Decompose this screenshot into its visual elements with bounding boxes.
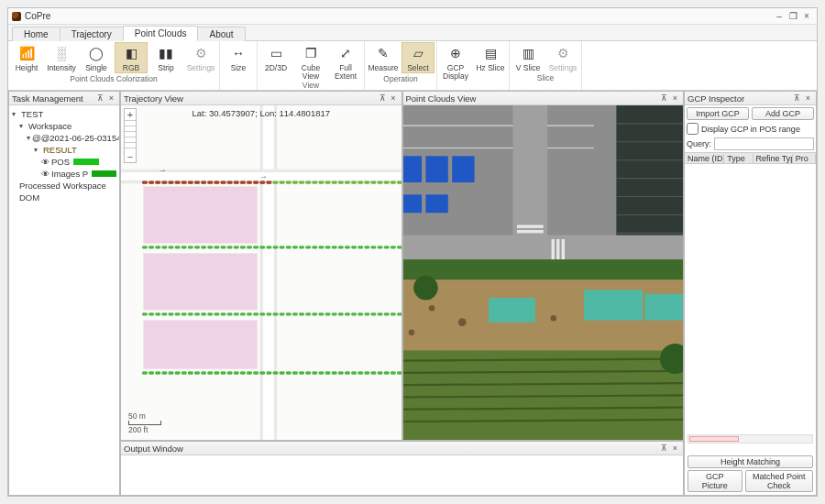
titlebar: CoPre – ❐ ×: [8, 8, 817, 25]
settings1-button: ⚙Settings: [184, 42, 217, 73]
settings2-button: ⚙Settings: [546, 42, 579, 72]
ribbon-item-label: Size: [231, 62, 247, 72]
tab-point-clouds[interactable]: Point Clouds: [123, 26, 199, 41]
trajectory-map[interactable]: → → + − Lat: 30.4573907; Lon: 114.480181…: [121, 105, 402, 440]
height-matching-button[interactable]: Height Matching: [688, 455, 813, 468]
ribbon-item-label: Hz Slice: [476, 62, 504, 72]
pin-icon[interactable]: ⊼: [659, 93, 669, 104]
gcp-picture-button[interactable]: GCP Picture: [688, 470, 742, 492]
ribbon-item-label: GCP Display: [439, 62, 472, 80]
zoom-out-button[interactable]: −: [125, 151, 136, 162]
close-icon[interactable]: ×: [389, 93, 399, 104]
ribbon-toolbar: 📶Height░Intensity◯Single◧RGB▮▮Strip⚙Sett…: [8, 41, 817, 91]
tree-session[interactable]: @@2021-06-25-031548: [32, 133, 119, 143]
images-color-swatch: [92, 170, 116, 177]
svg-point-43: [550, 315, 556, 322]
tab-trajectory[interactable]: Trajectory: [60, 27, 124, 41]
ribbon-item-label: Strip: [158, 62, 173, 72]
pin-icon[interactable]: ⊼: [95, 93, 105, 104]
matched-point-check-button[interactable]: Matched Point Check: [745, 470, 813, 492]
ribbon-item-label: Intensity: [47, 62, 76, 72]
full-extent-icon: ⤢: [336, 44, 355, 62]
close-button[interactable]: ×: [800, 10, 813, 23]
tree-root[interactable]: TEST: [21, 109, 43, 119]
full-extent-button[interactable]: ⤢Full Extent: [329, 42, 362, 80]
col-pro[interactable]: Pro: [793, 154, 816, 163]
select-button[interactable]: ▱Select: [402, 42, 434, 73]
v-slice-button[interactable]: ▥V Slice: [512, 42, 544, 72]
select-icon: ▱: [409, 44, 427, 62]
col-refine-type[interactable]: Refine Type: [754, 154, 793, 163]
gcp-display-icon: ⊕: [446, 44, 465, 62]
import-gcp-button[interactable]: Import GCP: [687, 107, 749, 120]
size-icon: ↔: [229, 44, 248, 62]
minimize-button[interactable]: –: [773, 10, 786, 23]
tree-images-p[interactable]: Images P: [51, 169, 88, 179]
map-zoom-control[interactable]: + −: [124, 108, 137, 163]
strip-button[interactable]: ▮▮Strip: [149, 42, 182, 73]
pin-icon[interactable]: ⊼: [792, 93, 802, 104]
gcp-table-header[interactable]: Name (ID) Type Refine Type Pro: [685, 152, 816, 164]
svg-rect-1: [143, 186, 257, 243]
intensity-icon: ░: [52, 44, 71, 62]
pin-icon[interactable]: ⊼: [659, 444, 669, 454]
close-icon[interactable]: ×: [670, 93, 680, 104]
svg-rect-16: [403, 156, 422, 182]
ribbon-group-label: View: [259, 80, 362, 91]
settings2-icon: ⚙: [554, 44, 572, 62]
tree-result[interactable]: RESULT: [43, 145, 77, 155]
svg-rect-17: [425, 156, 447, 182]
v-slice-icon: ▥: [519, 44, 537, 62]
maximize-button[interactable]: ❐: [786, 10, 799, 23]
svg-rect-20: [425, 194, 447, 213]
tree-workspace[interactable]: Workspace: [28, 121, 72, 131]
display-gcp-pos-checkbox[interactable]: [687, 123, 698, 135]
tree-processed-workspace[interactable]: Processed Workspace: [19, 181, 106, 191]
single-button[interactable]: ◯Single: [80, 42, 113, 73]
tab-strip: Home Trajectory Point Clouds About: [8, 25, 817, 41]
map-scale-bar: 50 m 200 ft: [128, 411, 161, 434]
pin-icon[interactable]: ⊼: [378, 93, 388, 104]
tree-pos[interactable]: POS: [51, 157, 70, 167]
col-name-id[interactable]: Name (ID): [685, 154, 724, 163]
height-button[interactable]: 📶Height: [10, 42, 43, 73]
strip-icon: ▮▮: [157, 44, 175, 62]
size-button[interactable]: ↔Size: [222, 42, 255, 72]
close-icon[interactable]: ×: [803, 93, 813, 104]
output-log[interactable]: [121, 455, 683, 495]
intensity-button[interactable]: ░Intensity: [45, 42, 78, 73]
svg-text:→: →: [259, 170, 268, 181]
svg-rect-18: [452, 156, 474, 182]
tab-home[interactable]: Home: [12, 27, 60, 41]
hz-slice-button[interactable]: ▤Hz Slice: [474, 42, 507, 80]
gcp-display-button[interactable]: ⊕GCP Display: [439, 42, 472, 80]
display-gcp-pos-label: Display GCP in POS range: [701, 125, 800, 134]
zoom-in-button[interactable]: +: [125, 109, 136, 120]
zoom-slider[interactable]: [125, 120, 136, 151]
col-type[interactable]: Type: [724, 154, 753, 163]
gcp-horizontal-scrollbar[interactable]: [688, 434, 813, 444]
task-tree[interactable]: ▾TEST ▾Workspace ▾@@2021-06-25-031548 ▾R…: [9, 105, 119, 206]
query-input[interactable]: [714, 137, 814, 150]
2d3d-button[interactable]: ▭2D/3D: [259, 42, 292, 80]
measure-button[interactable]: ✎Measure: [367, 42, 400, 73]
rgb-button[interactable]: ◧RGB: [115, 42, 148, 73]
close-icon[interactable]: ×: [106, 93, 116, 104]
single-icon: ◯: [87, 44, 105, 62]
tree-dom[interactable]: DOM: [19, 192, 39, 203]
point-cloud-viewport[interactable]: [403, 105, 684, 440]
hz-slice-icon: ▤: [481, 44, 500, 62]
ribbon-item-label: Full Extent: [329, 62, 362, 80]
gcp-inspector-panel: GCP Inspector ⊼ × Import GCP Add GCP Dis…: [684, 91, 817, 496]
svg-rect-32: [516, 230, 543, 233]
close-icon[interactable]: ×: [670, 444, 680, 454]
pos-color-swatch: [73, 159, 99, 165]
height-icon: 📶: [17, 44, 36, 62]
gcp-table-body[interactable]: [685, 170, 816, 433]
cube-view-button[interactable]: ❐Cube View: [294, 42, 327, 80]
tab-about[interactable]: About: [197, 27, 245, 41]
gcp-panel-title: GCP Inspector: [688, 93, 744, 104]
add-gcp-button[interactable]: Add GCP: [752, 107, 814, 120]
ribbon-item-label: Settings: [549, 62, 578, 72]
ribbon-group-label: [222, 72, 255, 74]
